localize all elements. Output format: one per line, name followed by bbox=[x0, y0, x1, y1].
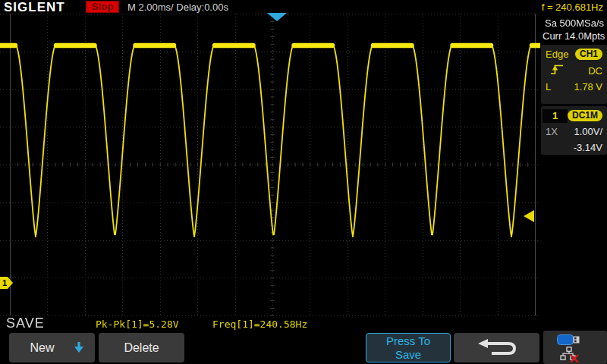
lan-disconnected-icon bbox=[559, 347, 580, 362]
back-button[interactable] bbox=[454, 333, 539, 362]
status-icons-panel bbox=[543, 331, 607, 364]
new-button-label: New bbox=[30, 341, 54, 355]
waveform-display bbox=[0, 14, 540, 317]
trigger-type-label: Edge bbox=[546, 49, 568, 60]
probe-attenuation-label: 1X bbox=[546, 126, 558, 137]
trigger-level-value: 1.78 V bbox=[574, 81, 602, 93]
channel-coupling-badge: DC1M bbox=[568, 110, 602, 121]
channel-number-box: 1 bbox=[543, 109, 568, 123]
trigger-source-badge: CH1 bbox=[575, 49, 602, 60]
vertical-scale-readout: 1.00V/ bbox=[574, 126, 602, 137]
return-arrow-icon bbox=[476, 338, 518, 358]
vertical-offset-readout: -3.14V bbox=[574, 142, 602, 153]
trigger-info-panel[interactable]: Edge CH1 DC L 1.78 V bbox=[541, 45, 607, 104]
trigger-position-marker-icon[interactable] bbox=[267, 13, 287, 21]
channel1-info-panel[interactable]: 1 DC1M 1X 1.00V/ -3.14V bbox=[541, 106, 607, 155]
frequency-counter: f = 240.681Hz bbox=[542, 2, 603, 13]
measurement-freq: Freq[1]=240.58Hz bbox=[212, 318, 307, 330]
sample-rate-readout: Sa 500MSa/s bbox=[545, 17, 604, 29]
trigger-level-marker-icon[interactable] bbox=[524, 210, 534, 222]
oscilloscope-screen: SIGLENT Stop M 2.00ms/ Delay:0.00s f = 2… bbox=[0, 0, 607, 364]
run-state-badge[interactable]: Stop bbox=[86, 1, 119, 13]
new-button[interactable]: New bbox=[9, 333, 95, 362]
trigger-coupling-label: DC bbox=[588, 65, 602, 77]
menu-title: SAVE bbox=[6, 315, 45, 331]
memory-depth-readout: Curr 14.0Mpts bbox=[543, 30, 605, 42]
brand-logo: SIGLENT bbox=[4, 0, 65, 15]
delete-button[interactable]: Delete bbox=[99, 333, 184, 362]
press-to-save-button[interactable]: Press To Save bbox=[366, 333, 451, 362]
trigger-level-prefix: L bbox=[546, 81, 551, 93]
dropdown-arrow-icon bbox=[74, 341, 84, 353]
save-button-line1: Press To bbox=[386, 334, 430, 348]
save-button-line2: Save bbox=[395, 348, 421, 362]
delete-button-label: Delete bbox=[124, 341, 159, 355]
usb-icon bbox=[557, 334, 581, 346]
timebase-readout[interactable]: M 2.00ms/ Delay:0.00s bbox=[127, 2, 228, 13]
rising-edge-icon bbox=[550, 64, 564, 78]
measurement-pkpk: Pk-Pk[1]=5.28V bbox=[96, 318, 179, 330]
